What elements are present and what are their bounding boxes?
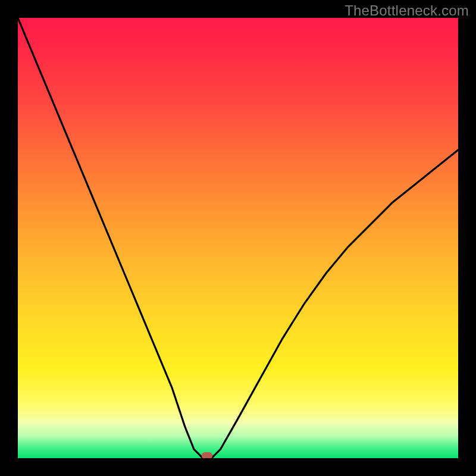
plot-area <box>18 18 458 458</box>
bottleneck-curve <box>18 18 458 458</box>
chart-frame: TheBottleneck.com <box>0 0 476 476</box>
curve-line <box>18 18 458 458</box>
minimum-marker <box>202 452 212 458</box>
watermark-text: TheBottleneck.com <box>345 2 469 19</box>
